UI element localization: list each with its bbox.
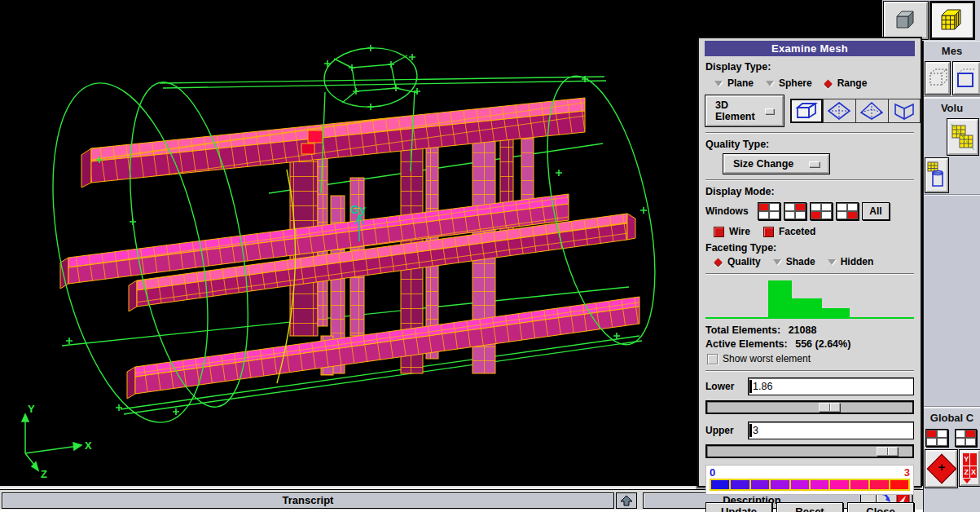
axis-triad: Y X Z: [22, 403, 92, 480]
meshed-squares-icon: [950, 122, 976, 152]
quality-type-menu[interactable]: Size Change: [723, 154, 829, 174]
total-elements-value: 21088: [789, 324, 817, 336]
faceted-checkbox[interactable]: [763, 227, 774, 237]
axis-y-label: Y: [28, 403, 35, 415]
axis-orient-button[interactable]: YZX: [960, 450, 980, 486]
shade-radio-label[interactable]: Shade: [786, 256, 815, 267]
option-menu-icon: [765, 108, 773, 114]
window-quadrant-button-bl[interactable]: [810, 202, 833, 220]
quadrant-cell: [795, 203, 806, 211]
dialog-title[interactable]: Examine Mesh: [705, 41, 915, 56]
display-mode-label: Display Mode:: [705, 186, 914, 197]
window-quadrant-button-tl[interactable]: [925, 429, 948, 447]
tet-element-button[interactable]: [823, 99, 855, 123]
upper-slider[interactable]: [705, 444, 914, 458]
pyramid-element-button[interactable]: [855, 99, 888, 123]
quadrant-cell: [811, 203, 821, 211]
quadrant-cell: [847, 211, 858, 219]
geometry-cube-button[interactable]: [884, 2, 928, 39]
plane-radio[interactable]: [714, 79, 723, 88]
transcript-header[interactable]: Transcript: [2, 492, 614, 509]
quadrant-cell: [784, 203, 795, 211]
colorbar-segment: [711, 480, 731, 489]
shade-radio[interactable]: [772, 258, 781, 267]
wire-checkbox-label[interactable]: Wire: [729, 226, 750, 237]
mesh-section-title: Mes: [924, 41, 980, 60]
red-diamond-icon: [926, 454, 956, 484]
fit-view-button[interactable]: [925, 450, 957, 488]
upper-label: Upper: [705, 425, 741, 436]
lower-slider-handle[interactable]: [819, 403, 840, 412]
quality-radio[interactable]: [714, 258, 723, 267]
face-mesh-button[interactable]: [953, 62, 980, 95]
dropdown-arrow-icon: [963, 479, 971, 483]
dashed-cube-icon: [928, 67, 947, 90]
colorbar-segment: [751, 480, 771, 489]
axis-z-label: Z: [41, 468, 47, 480]
sphere-radio-label[interactable]: Sphere: [779, 77, 812, 89]
all-windows-button[interactable]: All: [862, 202, 890, 220]
quality-histogram: [705, 278, 914, 322]
window-quadrant-button-br[interactable]: [836, 202, 859, 220]
lower-input[interactable]: 1.86: [748, 377, 914, 395]
quality-radio-label[interactable]: Quality: [727, 256, 761, 267]
meshed-cube-icon: [937, 5, 968, 36]
mesh-cylinder-icon: [927, 161, 947, 190]
svg-text:Gy: Gy: [350, 203, 366, 216]
element-type-menu[interactable]: 3D Element: [705, 95, 784, 126]
colorbar-min-label: 0: [710, 466, 715, 479]
reset-button[interactable]: Reset: [776, 502, 843, 512]
lower-value: 1.86: [753, 381, 772, 392]
total-elements-label: Total Elements:: [705, 324, 780, 336]
show-worst-label[interactable]: Show worst element: [723, 353, 811, 364]
hex-element-icon: [794, 101, 819, 121]
mesh-cube-button[interactable]: [930, 2, 974, 39]
plane-radio-label[interactable]: Plane: [727, 77, 754, 89]
axis-yzx-icon: YZX: [963, 453, 977, 478]
close-button[interactable]: Close: [847, 502, 914, 512]
quadrant-cell: [956, 438, 966, 446]
option-menu-icon: [809, 161, 820, 167]
histogram-bar: [792, 298, 822, 318]
wedge-element-icon: [892, 101, 916, 121]
quadrant-cell: [821, 203, 832, 211]
window-quadrant-button-tr[interactable]: [784, 202, 806, 220]
range-radio-label[interactable]: Range: [837, 77, 868, 89]
volume-cylinder-button[interactable]: [925, 158, 948, 192]
window-quadrant-button-tl[interactable]: [758, 202, 780, 220]
display-type-label: Display Type:: [705, 61, 914, 73]
quadrant-cell: [926, 438, 937, 446]
quality-type-label: Quality Type:: [705, 139, 914, 150]
upper-input[interactable]: 3: [748, 422, 914, 439]
colorbar-segment: [850, 480, 870, 489]
lower-slider[interactable]: [705, 400, 914, 414]
histogram-bar: [822, 308, 849, 318]
quadrant-cell: [937, 438, 947, 446]
colorbar-segment: [731, 480, 750, 489]
window-quadrant-button-tr[interactable]: [955, 429, 978, 447]
show-worst-checkbox[interactable]: [707, 354, 718, 364]
upper-value: 3: [753, 425, 758, 436]
faceted-checkbox-label[interactable]: Faceted: [779, 226, 815, 237]
quadrant-cell: [784, 211, 795, 219]
range-radio[interactable]: [824, 79, 833, 88]
hidden-radio[interactable]: [827, 258, 836, 267]
update-button[interactable]: Update: [705, 502, 772, 512]
wire-checkbox[interactable]: [714, 227, 724, 237]
colorbar-segment: [830, 480, 850, 489]
wedge-element-button[interactable]: [888, 99, 921, 123]
expand-transcript-button[interactable]: [616, 492, 637, 509]
total-elements-line: Total Elements: 21088: [705, 324, 914, 336]
quadrant-cell: [758, 211, 769, 219]
quadrant-cell: [811, 211, 821, 219]
face-square-icon: [955, 67, 978, 90]
pyramid-element-icon: [859, 101, 884, 121]
colorbar-segment: [771, 480, 790, 489]
quadrant-cell: [926, 430, 937, 438]
hex-element-button[interactable]: [790, 99, 823, 123]
dashed-cube-button[interactable]: [925, 62, 950, 95]
hidden-radio-label[interactable]: Hidden: [841, 256, 874, 267]
volume-mesh-button[interactable]: [947, 119, 978, 155]
sphere-radio[interactable]: [765, 79, 774, 88]
upper-slider-handle[interactable]: [877, 447, 898, 456]
